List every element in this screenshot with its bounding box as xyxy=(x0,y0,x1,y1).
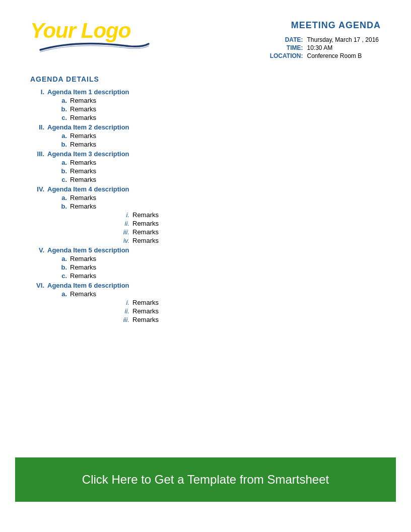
subitem: c.Remarks xyxy=(58,176,381,183)
subitem: a.Remarks xyxy=(58,132,381,140)
agenda-list: I.Agenda Item 1 descriptiona.Remarksb.Re… xyxy=(30,88,381,323)
location-label: LOCATION: xyxy=(268,52,305,60)
subsubitem: iii.Remarks xyxy=(118,228,381,236)
subitem: a.Remarks xyxy=(58,290,381,298)
logo-area: Your Logo xyxy=(30,20,151,53)
subitem-num: c. xyxy=(58,272,67,280)
subitem-list: a.Remarksb.Remarksi.Remarksii.Remarksiii… xyxy=(30,194,381,244)
subitem-num: b. xyxy=(58,141,67,148)
subitem-label: Remarks xyxy=(70,203,96,210)
subitem: c.Remarks xyxy=(58,114,381,121)
subsubitem-num: ii. xyxy=(118,220,129,227)
subsubitem: ii.Remarks xyxy=(118,307,381,315)
subitem-num: b. xyxy=(58,105,67,113)
agenda-item-num: II. xyxy=(30,123,44,131)
subsubitem-num: ii. xyxy=(118,307,129,315)
date-label: DATE: xyxy=(268,36,305,44)
subitem-num: b. xyxy=(58,167,67,175)
subitem-num: b. xyxy=(58,203,67,210)
subsubitem-label: Remarks xyxy=(132,228,159,236)
agenda-item-num: III. xyxy=(30,150,44,158)
agenda-item-6: VI.Agenda Item 6 descriptiona.Remarksi.R… xyxy=(30,282,381,323)
subitem-label: Remarks xyxy=(70,132,96,140)
agenda-item-2: II.Agenda Item 2 descriptiona.Remarksb.R… xyxy=(30,123,381,148)
agenda-item-num: IV. xyxy=(30,185,44,193)
subitem: c.Remarks xyxy=(58,272,381,280)
subsubitem-label: Remarks xyxy=(132,299,159,306)
agenda-item-num: V. xyxy=(30,246,44,254)
location-row: LOCATION: Conference Room B xyxy=(268,52,381,60)
info-table: DATE: Thursday, March 17 , 2016 TIME: 10… xyxy=(268,36,381,60)
subitem: a.Remarks xyxy=(58,159,381,166)
logo-swoosh-icon xyxy=(35,39,151,53)
subitem-num: a. xyxy=(58,194,67,202)
subsubitem-num: iii. xyxy=(118,228,129,236)
cta-text: Click Here to Get a Template from Smarts… xyxy=(82,473,329,486)
subitem-num: b. xyxy=(58,263,67,271)
agenda-item-label: Agenda Item 6 description xyxy=(47,282,129,289)
meeting-info: MEETING AGENDA DATE: Thursday, March 17 … xyxy=(268,20,381,60)
subsubitem-label: Remarks xyxy=(132,237,159,244)
subitem-list: a.Remarksb.Remarksc.Remarks xyxy=(30,97,381,121)
agenda-item-label: Agenda Item 5 description xyxy=(47,246,129,254)
subitem-label: Remarks xyxy=(70,176,96,183)
subitem-list: a.Remarksi.Remarksii.Remarksiii.Remarks xyxy=(30,290,381,323)
subsubitem-num: i. xyxy=(118,211,129,219)
meeting-title: MEETING AGENDA xyxy=(268,20,381,31)
subitem-label: Remarks xyxy=(70,105,96,113)
subitem-label: Remarks xyxy=(70,290,96,298)
subsubitem: ii.Remarks xyxy=(118,220,381,227)
subitem-label: Remarks xyxy=(70,272,96,280)
agenda-item-4: IV.Agenda Item 4 descriptiona.Remarksb.R… xyxy=(30,185,381,244)
subitem-label: Remarks xyxy=(70,141,96,148)
subsubitem-label: Remarks xyxy=(132,316,159,323)
header: Your Logo MEETING AGENDA DATE: Thursday,… xyxy=(30,20,381,60)
agenda-item-3: III.Agenda Item 3 descriptiona.Remarksb.… xyxy=(30,150,381,183)
subitem-num: a. xyxy=(58,132,67,140)
agenda-item-1: I.Agenda Item 1 descriptiona.Remarksb.Re… xyxy=(30,88,381,121)
subitem: b.Remarks xyxy=(58,105,381,113)
subsubitem-label: Remarks xyxy=(132,220,159,227)
subitem-label: Remarks xyxy=(70,167,96,175)
subitem: b.Remarks xyxy=(58,263,381,271)
subitem: a.Remarks xyxy=(58,194,381,202)
agenda-section: AGENDA DETAILS I.Agenda Item 1 descripti… xyxy=(30,75,381,323)
subsubitem-list: i.Remarksii.Remarksiii.Remarks xyxy=(58,299,381,323)
subitem: b.Remarks xyxy=(58,167,381,175)
subitem-list: a.Remarksb.Remarks xyxy=(30,132,381,148)
subsubitem: i.Remarks xyxy=(118,211,381,219)
cta-banner[interactable]: Click Here to Get a Template from Smarts… xyxy=(15,457,396,502)
subitem: a.Remarks xyxy=(58,255,381,262)
subsubitem: iv.Remarks xyxy=(118,237,381,244)
subsubitem: i.Remarks xyxy=(118,299,381,306)
subitem-label: Remarks xyxy=(70,263,96,271)
subitem-num: a. xyxy=(58,255,67,262)
subitem-list: a.Remarksb.Remarksc.Remarks xyxy=(30,159,381,183)
subsubitem-label: Remarks xyxy=(132,307,159,315)
time-row: TIME: 10:30 AM xyxy=(268,44,381,52)
agenda-item-num: I. xyxy=(30,88,44,96)
agenda-item-label: Agenda Item 1 description xyxy=(47,88,129,96)
location-value: Conference Room B xyxy=(305,52,381,60)
subitem-num: c. xyxy=(58,176,67,183)
date-value: Thursday, March 17 , 2016 xyxy=(305,36,381,44)
page: Your Logo MEETING AGENDA DATE: Thursday,… xyxy=(0,0,411,532)
subitem-label: Remarks xyxy=(70,194,96,202)
subsubitem-num: iii. xyxy=(118,316,129,323)
subsubitem-num: iv. xyxy=(118,237,129,244)
subsubitem-list: i.Remarksii.Remarksiii.Remarksiv.Remarks xyxy=(58,211,381,244)
agenda-item-num: VI. xyxy=(30,282,44,289)
subitem-num: a. xyxy=(58,290,67,298)
agenda-item-label: Agenda Item 3 description xyxy=(47,150,129,158)
subitem-label: Remarks xyxy=(70,255,96,262)
subitem-num: c. xyxy=(58,114,67,121)
subsubitem-label: Remarks xyxy=(132,211,159,219)
agenda-item-label: Agenda Item 2 description xyxy=(47,123,129,131)
subitem: b.Remarks xyxy=(58,141,381,148)
subitem-label: Remarks xyxy=(70,114,96,121)
logo-text: Your Logo xyxy=(30,20,130,41)
subitem-num: a. xyxy=(58,159,67,166)
date-row: DATE: Thursday, March 17 , 2016 xyxy=(268,36,381,44)
time-label: TIME: xyxy=(268,44,305,52)
agenda-item-label: Agenda Item 4 description xyxy=(47,185,129,193)
